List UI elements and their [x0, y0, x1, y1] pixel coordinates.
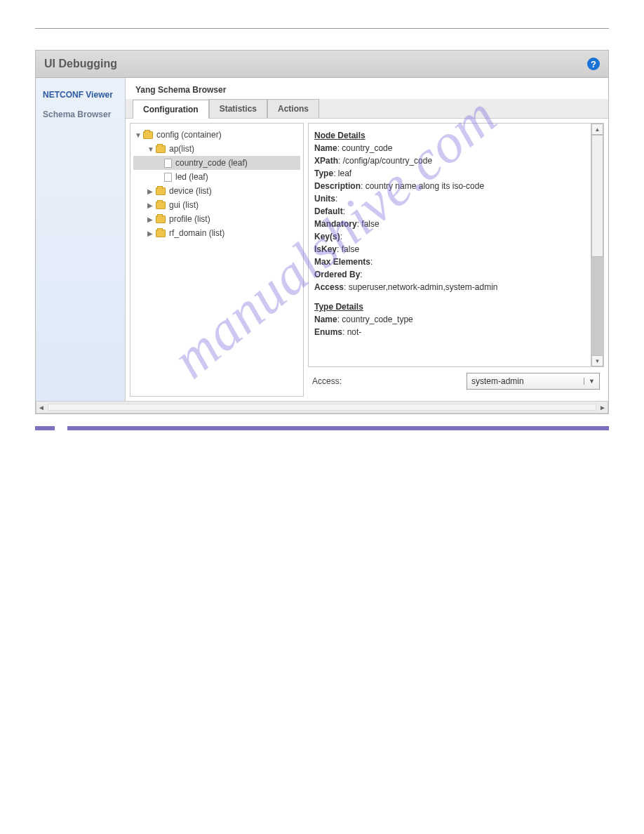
detail-iskey: IsKey: false: [314, 243, 589, 256]
detail-maxelements: Max Elements:: [314, 256, 589, 268]
chevron-down-icon: ▼: [584, 378, 595, 385]
sidebar-item-schema-browser[interactable]: Schema Browser: [36, 105, 125, 124]
scroll-down-icon[interactable]: ▼: [591, 355, 603, 366]
type-name: Name: country_code_type: [314, 313, 589, 326]
body-row: NETCONF Viewer Schema Browser Yang Schem…: [36, 78, 608, 401]
expand-icon: ▼: [135, 131, 142, 139]
horizontal-scrollbar[interactable]: ◄ ►: [36, 401, 608, 413]
scrollbar-track[interactable]: [48, 404, 596, 411]
detail-access: Access: superuser,network-admin,system-a…: [314, 281, 589, 293]
access-label: Access:: [312, 376, 342, 386]
tree-node-led[interactable]: led (leaf): [133, 170, 300, 184]
node-details-heading: Node Details: [314, 129, 589, 142]
leaf-icon: [164, 159, 172, 168]
folder-icon: [156, 216, 166, 223]
type-enums: Enums: not-: [314, 326, 589, 338]
detail-mandatory: Mandatory: false: [314, 218, 589, 230]
detail-orderedby: Ordered By:: [314, 268, 589, 281]
dropdown-value: system-admin: [471, 376, 524, 386]
detail-xpath: XPath: /config/ap/country_code: [314, 154, 589, 167]
tree-node-device[interactable]: ▶ device (list): [133, 184, 300, 198]
tree-label: config (container): [156, 130, 222, 140]
expand-icon: ▼: [147, 145, 154, 153]
detail-keys: Key(s):: [314, 230, 589, 243]
footer-rule: [35, 423, 609, 428]
scroll-left-icon[interactable]: ◄: [36, 404, 46, 411]
scroll-right-icon[interactable]: ►: [598, 404, 608, 411]
detail-name: Name: country_code: [314, 142, 589, 154]
tree-node-ap[interactable]: ▼ ap(list): [133, 142, 300, 156]
access-row: Access: system-admin ▼: [308, 367, 604, 397]
scrollbar-thumb[interactable]: [591, 135, 603, 257]
vertical-scrollbar[interactable]: ▲ ▼: [591, 124, 603, 366]
folder-icon: [143, 131, 153, 139]
detail-default: Default:: [314, 205, 589, 218]
help-icon[interactable]: ?: [587, 58, 600, 70]
tabs: Configuration Statistics Actions: [126, 99, 608, 119]
tree-node-rf-domain[interactable]: ▶ rf_domain (list): [133, 226, 300, 240]
tree-label: gui (list): [169, 200, 199, 210]
scrollbar-track[interactable]: [591, 257, 603, 355]
type-details-heading: Type Details: [314, 300, 589, 313]
section-title: Yang Schema Browser: [126, 78, 608, 99]
leaf-icon: [164, 173, 172, 182]
tree-node-config[interactable]: ▼ config (container): [133, 128, 300, 142]
app-window: UI Debugging ? NETCONF Viewer Schema Bro…: [35, 50, 609, 414]
access-dropdown[interactable]: system-admin ▼: [467, 373, 600, 390]
folder-icon: [156, 230, 166, 237]
detail-units: Units:: [314, 192, 589, 205]
folder-icon: [156, 187, 166, 195]
tab-actions[interactable]: Actions: [267, 99, 319, 118]
sidebar: NETCONF Viewer Schema Browser: [36, 78, 126, 401]
folder-icon: [156, 145, 166, 153]
main-panel: Yang Schema Browser Configuration Statis…: [126, 78, 608, 401]
sidebar-item-netconf-viewer[interactable]: NETCONF Viewer: [36, 85, 125, 105]
tree-label: ap(list): [169, 144, 194, 154]
detail-type: Type: leaf: [314, 167, 589, 180]
collapse-icon: ▶: [147, 216, 154, 223]
tree-label: country_code (leaf): [175, 158, 248, 168]
tree-node-gui[interactable]: ▶ gui (list): [133, 198, 300, 212]
collapse-icon: ▶: [147, 201, 154, 209]
tab-configuration[interactable]: Configuration: [133, 100, 209, 119]
tree-label: profile (list): [169, 214, 210, 224]
tree-panel[interactable]: ▼ config (container) ▼ ap(list) country_…: [130, 123, 304, 397]
folder-icon: [156, 201, 166, 209]
tree-label: device (list): [169, 186, 212, 196]
titlebar: UI Debugging ?: [36, 51, 608, 78]
tree-label: led (leaf): [175, 172, 208, 182]
tab-statistics[interactable]: Statistics: [209, 99, 267, 118]
detail-description: Description: country name along its iso-…: [314, 180, 589, 192]
collapse-icon: ▶: [147, 187, 154, 195]
browser-row: ▼ config (container) ▼ ap(list) country_…: [126, 119, 608, 401]
collapse-icon: ▶: [147, 230, 154, 237]
tree-node-country-code[interactable]: country_code (leaf): [133, 156, 300, 170]
details-scroll[interactable]: Node Details Name: country_code XPath: /…: [309, 124, 603, 366]
page-top-rule: [35, 28, 609, 29]
details-panel: Node Details Name: country_code XPath: /…: [308, 123, 604, 367]
tree-node-profile[interactable]: ▶ profile (list): [133, 212, 300, 226]
window-title: UI Debugging: [44, 58, 117, 70]
tree-label: rf_domain (list): [169, 228, 224, 238]
scroll-up-icon[interactable]: ▲: [591, 124, 603, 135]
